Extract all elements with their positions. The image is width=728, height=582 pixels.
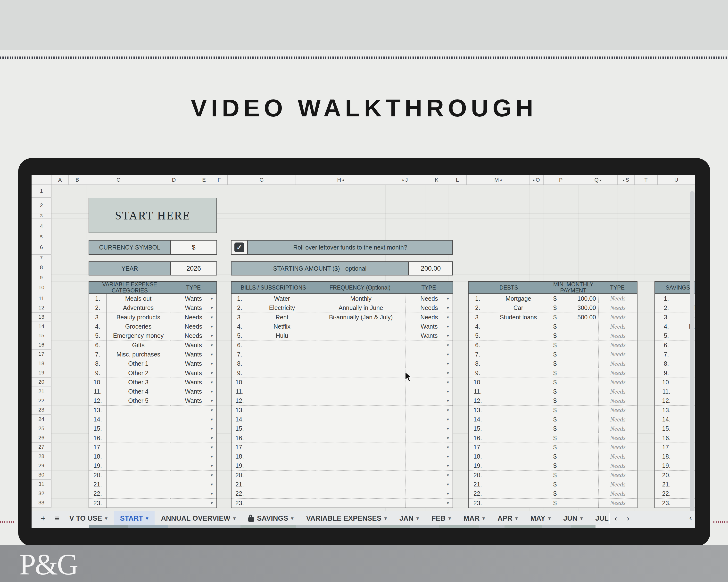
- row-number[interactable]: 7.: [89, 350, 106, 359]
- dropdown-arrow-icon[interactable]: ▼: [446, 454, 450, 459]
- tab-caret-icon[interactable]: ▾: [448, 515, 451, 521]
- debt-name[interactable]: [487, 340, 550, 350]
- row-header-6[interactable]: 6: [31, 240, 51, 255]
- min-payment[interactable]: [564, 461, 599, 470]
- column-header-S[interactable]: ▸S: [618, 175, 634, 185]
- row-number[interactable]: 20.: [469, 470, 487, 480]
- category-name[interactable]: Adventures: [106, 303, 171, 312]
- row-number[interactable]: 18.: [655, 452, 678, 461]
- debt-type[interactable]: Needs: [599, 489, 637, 498]
- bill-frequency[interactable]: [316, 480, 406, 489]
- row-number[interactable]: 14.: [89, 415, 106, 424]
- tabs-scroll-left[interactable]: ‹: [615, 514, 617, 523]
- currency-symbol[interactable]: $: [550, 452, 564, 461]
- column-header-K[interactable]: K: [425, 175, 448, 185]
- dropdown-arrow-icon[interactable]: ▼: [210, 464, 213, 468]
- row-number[interactable]: 20.: [655, 470, 678, 480]
- min-payment[interactable]: [564, 443, 599, 452]
- row-header-22[interactable]: 22: [31, 396, 51, 405]
- debt-name[interactable]: [487, 480, 550, 489]
- column-header-L[interactable]: L: [448, 175, 467, 185]
- category-name[interactable]: [106, 443, 171, 452]
- min-payment[interactable]: [564, 331, 599, 340]
- type-select[interactable]: ▼: [171, 470, 216, 480]
- row-number[interactable]: 19.: [469, 461, 487, 470]
- type-select[interactable]: Wants▼: [171, 340, 216, 350]
- debt-name[interactable]: Car: [487, 303, 550, 312]
- side-panel-collapse-arrow[interactable]: ‹: [689, 513, 692, 522]
- sheet-tab-variable-expenses[interactable]: VARIABLE EXPENSES▾: [300, 511, 393, 525]
- type-select[interactable]: Needs▼: [406, 294, 452, 303]
- row-header-17[interactable]: 17: [31, 350, 51, 359]
- dropdown-arrow-icon[interactable]: ▼: [210, 380, 213, 384]
- row-header-3[interactable]: 3: [31, 213, 51, 219]
- bill-name[interactable]: [248, 498, 316, 507]
- dropdown-arrow-icon[interactable]: ▼: [446, 399, 450, 403]
- debt-name[interactable]: [487, 461, 550, 470]
- dropdown-arrow-icon[interactable]: ▼: [446, 352, 450, 357]
- column-header-B[interactable]: B: [69, 175, 86, 185]
- category-name[interactable]: Emergency money: [106, 331, 171, 340]
- row-header-1[interactable]: 1: [31, 185, 51, 198]
- bill-name[interactable]: [248, 470, 316, 480]
- row-number[interactable]: 14.: [469, 415, 487, 424]
- debt-name[interactable]: [487, 415, 550, 424]
- currency-symbol[interactable]: $: [550, 433, 564, 442]
- row-header-2[interactable]: 2: [31, 198, 51, 213]
- row-number[interactable]: 4.: [89, 322, 106, 331]
- dropdown-arrow-icon[interactable]: ▼: [210, 482, 213, 487]
- category-name[interactable]: Meals out: [106, 294, 171, 303]
- dropdown-arrow-icon[interactable]: ▼: [210, 417, 213, 421]
- dropdown-arrow-icon[interactable]: ▼: [210, 297, 213, 301]
- debt-type[interactable]: Needs: [599, 322, 637, 331]
- debt-type[interactable]: Needs: [599, 470, 637, 480]
- dropdown-arrow-icon[interactable]: ▼: [210, 473, 213, 477]
- currency-symbol[interactable]: $: [550, 387, 564, 396]
- bill-name[interactable]: Rent: [248, 312, 316, 322]
- type-select[interactable]: ▼: [171, 406, 216, 415]
- debt-name[interactable]: [487, 396, 550, 405]
- sheet-tab-jul[interactable]: JUL: [589, 511, 608, 525]
- min-payment[interactable]: [564, 470, 599, 480]
- bill-name[interactable]: Netflix: [248, 322, 316, 331]
- category-name[interactable]: [106, 424, 171, 433]
- dropdown-arrow-icon[interactable]: ▼: [446, 343, 450, 347]
- dropdown-arrow-icon[interactable]: ▼: [446, 297, 450, 301]
- row-header-20[interactable]: 20: [31, 378, 51, 387]
- row-number[interactable]: 13.: [89, 406, 106, 415]
- row-number[interactable]: 13.: [469, 406, 487, 415]
- row-number[interactable]: 18.: [469, 452, 487, 461]
- category-name[interactable]: [106, 498, 171, 507]
- bill-name[interactable]: [248, 406, 316, 415]
- debt-type[interactable]: Needs: [599, 433, 637, 442]
- bill-frequency[interactable]: [316, 489, 406, 498]
- min-payment[interactable]: [564, 368, 599, 377]
- row-number[interactable]: 3.: [89, 312, 106, 322]
- dropdown-arrow-icon[interactable]: ▼: [446, 325, 450, 329]
- dropdown-arrow-icon[interactable]: ▼: [210, 306, 213, 310]
- debt-type[interactable]: Needs: [599, 294, 637, 303]
- row-number[interactable]: 10.: [469, 378, 487, 387]
- row-number[interactable]: 7.: [655, 350, 678, 359]
- column-header-D[interactable]: D: [151, 175, 197, 185]
- currency-symbol[interactable]: $: [550, 331, 564, 340]
- dropdown-arrow-icon[interactable]: ▼: [210, 436, 213, 440]
- bill-frequency[interactable]: [316, 406, 406, 415]
- min-payment[interactable]: [564, 433, 599, 442]
- dropdown-arrow-icon[interactable]: ▼: [446, 417, 450, 421]
- min-payment[interactable]: [564, 452, 599, 461]
- row-number[interactable]: 11.: [469, 387, 487, 396]
- row-number[interactable]: 3.: [655, 312, 678, 322]
- category-name[interactable]: [106, 480, 171, 489]
- row-number[interactable]: 19.: [655, 461, 678, 470]
- tabs-scroll-right[interactable]: ›: [627, 514, 629, 523]
- sheet-tab-v-to-use[interactable]: V TO USE▾: [63, 511, 114, 525]
- row-number[interactable]: 11.: [655, 387, 678, 396]
- currency-symbol[interactable]: $: [550, 480, 564, 489]
- tab-caret-icon[interactable]: ▾: [548, 515, 551, 521]
- dropdown-arrow-icon[interactable]: ▼: [210, 492, 213, 496]
- row-number[interactable]: 5.: [89, 331, 106, 340]
- row-number[interactable]: 23.: [655, 498, 678, 507]
- min-payment[interactable]: [564, 415, 599, 424]
- column-header-G[interactable]: G: [228, 175, 296, 185]
